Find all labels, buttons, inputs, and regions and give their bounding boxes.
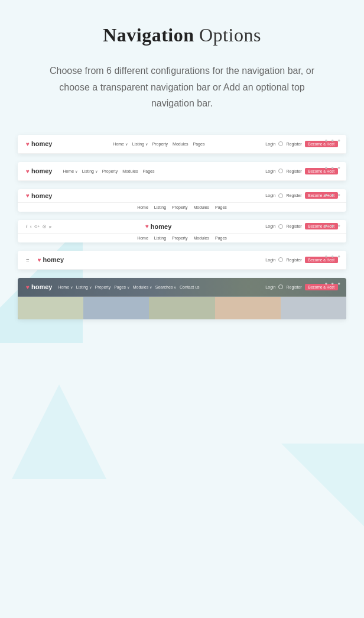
nav2-heart-icon: ♥	[26, 168, 30, 174]
nav5-logo: ♥ homey	[38, 256, 64, 263]
nav1-logo-text: homey	[31, 140, 52, 147]
nav4-link-property[interactable]: Property	[172, 236, 187, 240]
nav-preview-3: ● ● ● ♥ homey Login Register Become a Ho…	[18, 189, 346, 212]
nav4-link-listing[interactable]: Listing	[154, 236, 166, 240]
nav6-bar: ♥ homey Home Listing Property Pages Modu…	[18, 278, 346, 297]
nav4-heart-icon: ♥	[145, 223, 149, 229]
nav6-logo-text: homey	[31, 283, 52, 290]
nav2-register[interactable]: Register	[286, 169, 301, 173]
nav1-link-listing[interactable]: Listing	[132, 142, 148, 146]
nav2-link-modules[interactable]: Modules	[122, 169, 138, 173]
instagram-icon: ◎	[43, 224, 46, 229]
nav6-link-property[interactable]: Property	[95, 285, 110, 289]
nav3-circle-icon	[278, 193, 283, 198]
nav1-heart-icon: ♥	[26, 141, 30, 147]
nav2-link-property[interactable]: Property	[102, 169, 118, 173]
nav1-link-modules[interactable]: Modules	[173, 142, 188, 146]
nav3-link-modules[interactable]: Modules	[194, 205, 209, 209]
nav6-link-contact[interactable]: Contact us	[180, 285, 199, 289]
nav4-logo-text: homey	[151, 223, 171, 230]
nav2-links: Home Listing Property Modules Pages	[63, 169, 154, 173]
nav1-link-property[interactable]: Property	[152, 142, 168, 146]
twitter-icon: t	[30, 224, 31, 229]
nav6-login[interactable]: Login	[265, 285, 275, 289]
nav3-bottom-bar: Home Listing Property Modules Pages	[18, 203, 346, 212]
nav1-circle-icon	[278, 141, 283, 146]
nav2-login[interactable]: Login	[265, 169, 275, 173]
nav3-logo: ♥ homey	[26, 192, 52, 199]
nav1-register[interactable]: Register	[286, 142, 301, 146]
nav2-logo-text: homey	[31, 167, 52, 174]
nav6-logo: ♥ homey	[26, 283, 52, 290]
nav6-link-listing[interactable]: Listing	[76, 285, 92, 289]
card-dots-5: ● ● ●	[325, 254, 342, 259]
nav5-heart-icon: ♥	[38, 257, 41, 263]
nav4-link-modules[interactable]: Modules	[194, 236, 209, 240]
nav4-top-bar: f t G+ ◎ p ♥ homey Login Register Bec	[18, 220, 346, 234]
nav4-register[interactable]: Register	[286, 224, 301, 228]
hero-image	[18, 297, 346, 319]
nav3-link-property[interactable]: Property	[172, 205, 187, 209]
nav5-login[interactable]: Login	[265, 258, 275, 262]
hamburger-icon[interactable]: ≡	[26, 257, 30, 263]
nav4-link-pages[interactable]: Pages	[215, 236, 227, 240]
nav6-circle-icon	[278, 284, 283, 289]
nav-preview-4: ● ● ● f t G+ ◎ p ♥ homey Login	[18, 220, 346, 242]
nav4-social-icons: f t G+ ◎ p	[26, 224, 51, 229]
nav1-logo: ♥ homey	[26, 140, 52, 147]
nav4-logo: ♥ homey	[51, 223, 266, 230]
card-dots-2: ● ● ●	[325, 165, 342, 170]
nav3-logo-text: homey	[31, 192, 52, 199]
card-dots-1: ● ● ●	[325, 138, 342, 143]
nav3-register[interactable]: Register	[286, 193, 301, 198]
facebook-icon: f	[26, 224, 27, 229]
nav-preview-5: ● ● ● ≡ ♥ homey Login Register Become a …	[18, 251, 346, 270]
nav3-login[interactable]: Login	[265, 193, 275, 198]
nav3-link-pages[interactable]: Pages	[215, 205, 227, 209]
nav-previews-container: ● ● ● ♥ homey Home Listing Property Modu…	[18, 135, 346, 319]
nav6-heart-icon: ♥	[26, 284, 30, 290]
nav2-circle-icon	[278, 169, 283, 173]
card-dots-3: ● ● ●	[325, 192, 342, 198]
nav1-link-home[interactable]: Home	[113, 142, 127, 146]
nav1-link-pages[interactable]: Pages	[193, 142, 205, 146]
nav4-bottom-bar: Home Listing Property Modules Pages	[18, 234, 346, 242]
nav6-links: Home Listing Property Pages Modules Sear…	[58, 285, 199, 289]
nav5-bar: ≡ ♥ homey Login Register Become a Host	[18, 251, 346, 270]
nav3-link-home[interactable]: Home	[137, 205, 148, 209]
nav6-link-home[interactable]: Home	[58, 285, 72, 289]
nav5-register[interactable]: Register	[286, 258, 301, 262]
nav6-link-modules[interactable]: Modules	[133, 285, 152, 289]
nav2-link-pages[interactable]: Pages	[143, 169, 155, 173]
card-dots-4: ● ● ●	[325, 223, 342, 228]
nav1-login[interactable]: Login	[265, 142, 275, 146]
page-description: Choose from 6 different configurations f…	[46, 63, 318, 111]
nav4-circle-icon	[278, 224, 283, 229]
nav3-link-listing[interactable]: Listing	[154, 205, 166, 209]
nav5-circle-icon	[278, 257, 283, 262]
nav6-link-searches[interactable]: Searches	[155, 285, 176, 289]
nav-preview-1: ● ● ● ♥ homey Home Listing Property Modu…	[18, 135, 346, 154]
googleplus-icon: G+	[34, 224, 40, 229]
nav6-register[interactable]: Register	[286, 285, 301, 289]
nav3-heart-icon: ♥	[26, 192, 30, 199]
nav4-login[interactable]: Login	[265, 224, 275, 228]
nav2-link-home[interactable]: Home	[63, 169, 77, 173]
nav2-logo: ♥ homey	[26, 167, 52, 174]
nav4-link-home[interactable]: Home	[137, 236, 148, 240]
page-title: Navigation Options	[18, 24, 346, 46]
card-dots-6: ● ● ●	[325, 281, 342, 286]
nav-preview-2: ● ● ● ♥ homey Home Listing Property Modu…	[18, 162, 346, 181]
nav3-top-bar: ♥ homey Login Register Become a Host	[18, 189, 346, 203]
nav2-link-listing[interactable]: Listing	[82, 169, 98, 173]
nav1-center-links: Home Listing Property Modules Pages	[113, 142, 204, 146]
nav6-link-pages[interactable]: Pages	[114, 285, 129, 289]
nav-preview-6: ● ● ● ♥ homey Home Listing Property	[18, 278, 346, 319]
nav5-logo-text: homey	[43, 256, 64, 263]
